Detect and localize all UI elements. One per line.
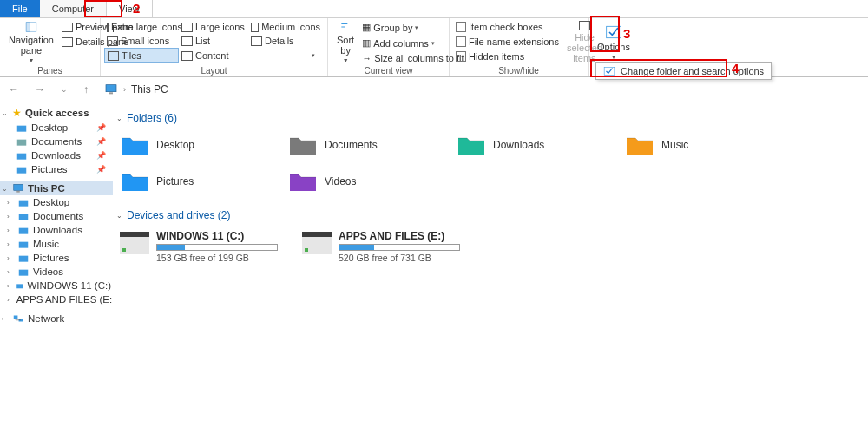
drive-tile[interactable]: WINDOWS 11 (C:)153 GB free of 199 GB [118,228,292,265]
svg-rect-11 [16,191,20,193]
tree-pc-item[interactable]: ›APPS AND FILES (E: [0,293,113,306]
item-check-boxes-toggle[interactable]: Item check boxes [453,20,562,34]
folder-icon [17,211,30,221]
folder-icon [17,266,30,277]
folder-tile-downloads[interactable]: Downloads [455,131,615,159]
nav-back-button[interactable]: ← [5,83,23,95]
drive-free-text: 520 GB free of 731 GB [339,253,460,263]
layout-more[interactable]: ▾ [248,48,318,63]
lbl: Documents [33,211,83,221]
tree-qa-downloads[interactable]: Downloads📌 [0,148,113,162]
group-label-panes: Panes [3,65,96,76]
tab-file[interactable]: File [0,0,40,17]
file-name-extensions-toggle[interactable]: File name extensions [453,35,562,49]
chevron-right-icon: › [7,254,14,262]
group-icon: ▦ [362,22,371,33]
svg-rect-7 [17,140,27,146]
layout-tiles[interactable]: Tiles [104,48,179,63]
lbl: Small icons [121,36,169,46]
nav-up-button[interactable]: ↑ [80,83,92,95]
nav-recent-button[interactable]: ⌄ [57,85,71,94]
folder-label: Music [661,139,688,151]
navigation-pane-button[interactable]: Navigation pane ▼ [3,18,59,65]
annotation-number-3: 3 [623,26,630,41]
tree-this-pc[interactable]: ⌄This PC [0,181,113,195]
chevron-right-icon: › [7,282,12,290]
hidden-items-toggle[interactable]: Hidden items [453,49,562,63]
layout-extra-large[interactable]: Extra large icons [104,20,179,34]
folder-tile-music[interactable]: Music [623,131,783,159]
folder-label: Videos [325,175,356,187]
tree-pc-item[interactable]: ›Videos [0,265,113,279]
details-pane-icon [62,37,73,47]
tree-pc-item[interactable]: ›Music [0,237,113,251]
folder-tile-desktop[interactable]: Desktop [118,131,278,159]
drive-tile[interactable]: APPS AND FILES (E:)520 GB free of 731 GB [300,228,474,265]
chevron-down-icon: ▾ [431,40,435,47]
folders-grid: DesktopDocumentsDownloadsMusicPicturesVi… [116,128,865,206]
folder-icon [288,133,318,157]
options-checkbox-icon [605,24,622,40]
address-bar-row: ← → ⌄ ↑ › This PC [0,77,868,102]
folder-icon [17,253,30,263]
drive-icon [120,232,149,254]
tree-network[interactable]: ›Network [0,312,113,326]
add-columns-icon: ▥ [362,37,371,49]
layout-medium[interactable]: Medium icons [248,20,323,34]
svg-rect-15 [19,242,29,248]
svg-rect-13 [19,214,29,220]
lbl: Hidden items [469,51,524,62]
this-pc-icon [12,183,24,194]
tiles-icon [108,51,119,61]
options-dropdown-item[interactable]: Change folder and search options [595,62,772,80]
layout-list[interactable]: List [179,34,248,48]
lbl: Group by [373,23,412,33]
layout-large[interactable]: Large icons [179,20,248,34]
annotation-number-2: 2 [133,1,140,16]
lbl: Options [597,42,630,52]
nav-pane-label: Navigation pane [9,35,54,56]
network-icon [12,313,24,324]
section-drives-header[interactable]: ⌄Devices and drives (2) [116,206,865,225]
folder-icon [16,280,24,291]
group-label-show-hide: Show/hide [453,65,584,76]
chevron-right-icon: › [7,240,14,248]
preview-pane-icon [62,23,73,32]
folder-tile-pictures[interactable]: Pictures [118,168,278,195]
tree-qa-pictures[interactable]: Pictures📌 [0,162,113,176]
tree-pc-item[interactable]: ›Documents [0,209,113,223]
tab-view[interactable]: View [107,0,153,17]
tree-pc-item[interactable]: ›WINDOWS 11 (C:) [0,279,113,293]
ribbon-tab-strip: File Computer View [0,0,868,18]
chevron-right-icon: › [7,199,14,207]
nav-forward-button[interactable]: → [31,83,49,95]
folder-tile-documents[interactable]: Documents [286,131,446,159]
svg-rect-10 [14,184,23,190]
checkbox-icon [456,51,466,62]
tree-pc-item[interactable]: ›Downloads [0,223,113,237]
lbl: Pictures [31,164,68,174]
tree-pc-item[interactable]: ›Desktop [0,195,113,209]
address-bar[interactable]: › This PC [101,80,863,99]
checkbox-icon [456,36,466,47]
pin-icon: 📌 [96,137,111,146]
tree-pc-item[interactable]: ›Pictures [0,251,113,265]
layout-details[interactable]: Details [248,34,323,48]
folder-label: Pictures [156,175,194,187]
layout-content[interactable]: Content [179,48,248,63]
folder-tile-videos[interactable]: Videos [286,168,446,195]
size-columns-icon: ↔ [362,53,372,63]
tab-computer[interactable]: Computer [40,0,107,17]
large-icon [181,23,193,32]
content-pane: ⌄Folders (6) DesktopDocumentsDownloadsMu… [113,102,868,434]
section-folders-header[interactable]: ⌄Folders (6) [116,108,865,128]
svg-rect-17 [19,270,29,276]
tree-qa-documents[interactable]: Documents📌 [0,135,113,148]
tree-quick-access[interactable]: ⌄★Quick access [0,105,113,121]
sort-by-button[interactable]: Sort by ▼ [332,18,359,65]
chevron-down-icon: ▼ [610,54,616,60]
svg-rect-9 [17,168,27,174]
tree-qa-desktop[interactable]: Desktop📌 [0,121,113,135]
lbl: Documents [31,136,82,147]
layout-small[interactable]: Small icons [104,34,179,48]
